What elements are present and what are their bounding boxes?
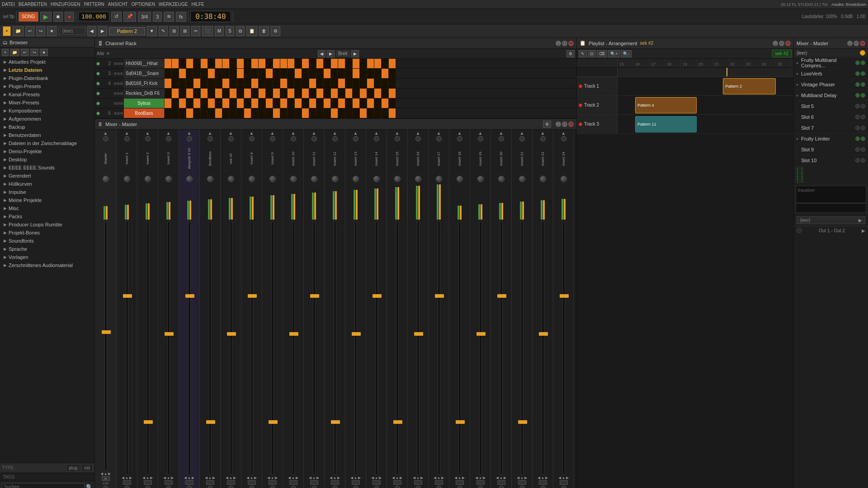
mixer-fader-track-15[interactable]: [417, 221, 420, 475]
pcell-4-22[interactable]: [324, 99, 331, 108]
pcell-4-10[interactable]: [237, 99, 244, 108]
rack-settings-button[interactable]: ⚙: [566, 50, 575, 57]
pcell-2-5[interactable]: [201, 79, 208, 88]
rmixer-close-button[interactable]: ×: [860, 41, 865, 46]
pcell-4-1[interactable]: [172, 99, 179, 108]
channel-led-0[interactable]: [96, 62, 100, 66]
pcell-3-12[interactable]: [251, 89, 259, 98]
fx-button[interactable]: fx: [176, 12, 186, 22]
pcell-4-20[interactable]: [309, 99, 316, 108]
pcell-4-29[interactable]: [374, 99, 382, 108]
pcell-2-1[interactable]: [172, 79, 179, 88]
browser-item-0[interactable]: Aktuelles Projekt: [0, 58, 94, 66]
ch-ctrl-0-2[interactable]: [120, 62, 123, 65]
channel-name-3[interactable]: Reckles_DnB F6: [124, 89, 165, 98]
pcell-5-9[interactable]: [230, 108, 237, 118]
mixer-channel-15[interactable]: ▲Insert 16◀▲▶: [408, 130, 429, 488]
channel-name-0[interactable]: Hh006B__Hihat: [124, 59, 165, 68]
pcell-5-1[interactable]: [172, 108, 179, 118]
mixer-knob-9[interactable]: [290, 176, 297, 182]
mixer-send-14[interactable]: [395, 136, 400, 141]
mixer-channel-2[interactable]: ▲Insert 2◀▲▶: [137, 130, 158, 488]
mixer-ctrl-arrow-6-0[interactable]: ◀: [226, 476, 228, 480]
pcell-0-22[interactable]: [324, 59, 331, 68]
mixer-knob-3[interactable]: [165, 176, 172, 182]
pcell-0-8[interactable]: [222, 59, 230, 68]
mixer-slot-5[interactable]: Slot 6: [794, 112, 868, 122]
playlist-select-button[interactable]: ⊡: [588, 50, 596, 57]
pcell-3-30[interactable]: [382, 89, 389, 98]
mixer-channel-12[interactable]: ▲Insert 13◀▲▶: [345, 130, 366, 488]
mixer-ctrl-arrow-18-0[interactable]: ◀: [475, 476, 478, 480]
ch-ctrl-1-0[interactable]: [114, 72, 117, 75]
pcell-0-7[interactable]: [215, 59, 222, 68]
pcell-4-30[interactable]: [382, 99, 389, 108]
mixer-mute-4[interactable]: [185, 480, 193, 485]
mixer-fader-handle-20[interactable]: [518, 420, 527, 424]
ch-ctrl-3-0[interactable]: [114, 92, 117, 95]
mixer-send-knob-16[interactable]: [436, 486, 442, 488]
pcell-5-6[interactable]: [208, 108, 215, 118]
slot-btn-1-0[interactable]: [855, 71, 860, 76]
menu-item-datei[interactable]: DATEI: [2, 2, 15, 7]
pcell-1-0[interactable]: [165, 69, 172, 78]
pcell-2-25[interactable]: [345, 79, 353, 88]
mixer-ctrl-arrow-2-0[interactable]: ◀: [142, 476, 145, 480]
pcell-3-20[interactable]: [309, 89, 316, 98]
mixer-fader-handle-1[interactable]: [123, 294, 132, 298]
back-button[interactable]: ↩: [25, 26, 34, 36]
ch-ctrl-4-0[interactable]: [114, 102, 117, 105]
pcell-1-14[interactable]: [266, 69, 273, 78]
mixer-mute-0[interactable]: M: [102, 476, 110, 481]
mixer-knob-16[interactable]: [436, 176, 442, 182]
pcell-5-11[interactable]: [244, 108, 251, 118]
mixer-slot-3[interactable]: ▸Multiband Delay: [794, 90, 868, 101]
pcell-0-31[interactable]: [389, 59, 396, 68]
mixer-ctrl-arrow-18-1[interactable]: ▲: [479, 476, 482, 480]
mixer-ctrl-arrow-13-0[interactable]: ◀: [371, 476, 374, 480]
track-led-1[interactable]: [579, 103, 582, 107]
pcell-1-9[interactable]: [230, 69, 237, 78]
mixer-mute-12[interactable]: [352, 480, 360, 485]
slot-btn-7-0[interactable]: [855, 136, 860, 141]
track-led-2[interactable]: [579, 122, 582, 126]
pcell-2-17[interactable]: [288, 79, 295, 88]
mixer-fader-handle-6[interactable]: [227, 332, 236, 336]
mixer-fader-track-12[interactable]: [354, 221, 357, 475]
mixer-send-17[interactable]: [457, 136, 462, 141]
mixer-fader-handle-17[interactable]: [456, 420, 465, 424]
playlist-track-content-0[interactable]: Pattern 2: [618, 77, 793, 95]
mixer-send-6[interactable]: [228, 136, 234, 141]
mixer-ctrl-arrow-7-1[interactable]: ▲: [250, 476, 254, 480]
pcell-2-3[interactable]: [186, 79, 193, 88]
pcell-3-16[interactable]: [280, 89, 288, 98]
browser-item-2[interactable]: Plugin-Datenbank: [0, 74, 94, 82]
mixer-ctrl-arrow-20-2[interactable]: ▶: [524, 476, 527, 480]
mixer-mute-10[interactable]: [310, 480, 318, 485]
pcell-1-23[interactable]: [331, 69, 338, 78]
pcell-3-10[interactable]: [237, 89, 244, 98]
pcell-3-18[interactable]: [295, 89, 302, 98]
channel-led-4[interactable]: [96, 102, 100, 105]
pcell-3-17[interactable]: [288, 89, 295, 98]
mixer-channel-21[interactable]: ▲Insert 22◀▲▶: [533, 130, 553, 488]
mixer-ctrl-arrow-9-0[interactable]: ◀: [288, 476, 291, 480]
mixer-fader-track-10[interactable]: [313, 221, 316, 475]
pcell-0-20[interactable]: [309, 59, 316, 68]
mixer-channel-9[interactable]: ▲Insert 10◀▲▶: [283, 130, 304, 488]
browser-add-button[interactable]: +: [2, 49, 9, 56]
menu-item-werkzeuge[interactable]: WERKZEUGE: [159, 2, 188, 7]
mixer-fader-track-18[interactable]: [479, 221, 482, 475]
mixer-ctrl-arrow-19-1[interactable]: ▲: [500, 476, 503, 480]
pcell-3-9[interactable]: [230, 89, 237, 98]
slot-btn-4-0[interactable]: [855, 104, 860, 108]
mixer-ctrl-arrow-0-1[interactable]: ▲: [104, 472, 108, 476]
mixer-send-knob-3[interactable]: [166, 486, 171, 488]
pcell-3-5[interactable]: [201, 89, 208, 98]
pcell-5-23[interactable]: [331, 108, 338, 118]
pcell-4-16[interactable]: [280, 99, 288, 108]
mixer-arrow-up-0[interactable]: ▲: [104, 131, 108, 136]
mixer-ctrl-arrow-22-1[interactable]: ▲: [562, 476, 566, 480]
mixer-mute-17[interactable]: [456, 480, 464, 485]
mixer-ctrl-arrow-5-1[interactable]: ▲: [208, 476, 212, 480]
